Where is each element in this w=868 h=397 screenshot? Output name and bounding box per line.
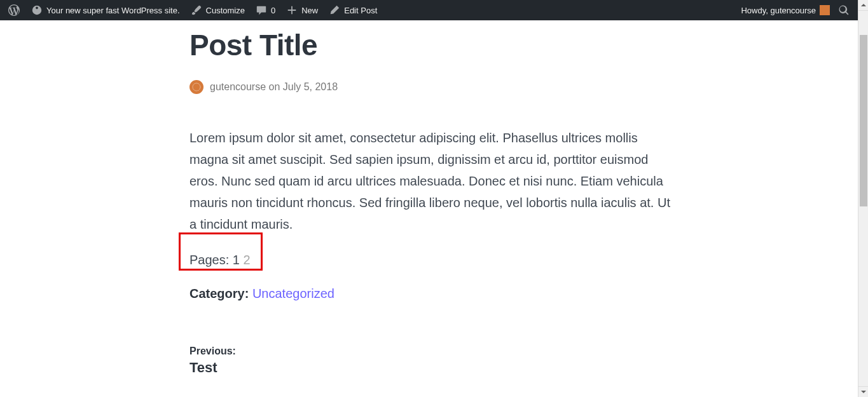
comments-count: 0 (271, 6, 275, 15)
scroll-thumb[interactable] (860, 35, 867, 206)
svg-point-0 (193, 83, 200, 91)
howdy-label: Howdy, gutencourse (741, 6, 816, 15)
pencil-icon (328, 4, 341, 17)
user-avatar-icon (820, 5, 830, 15)
category-link[interactable]: Uncategorized (252, 286, 334, 300)
chevron-up-icon (861, 4, 866, 6)
search-toggle[interactable] (835, 0, 853, 20)
wordpress-logo-icon (8, 4, 20, 17)
dashboard-icon (31, 4, 43, 17)
scroll-up-button[interactable] (858, 0, 868, 11)
category-label: Category: (189, 286, 249, 300)
byline-text: gutencourse on July 5, 2018 (210, 81, 338, 93)
browser-scrollbar[interactable] (858, 0, 868, 397)
chevron-down-icon (861, 391, 866, 393)
new-label: New (301, 6, 318, 15)
page-link-2[interactable]: 2 (244, 253, 251, 267)
category-line: Category: Uncategorized (189, 286, 673, 301)
post-navigation: Previous: Test (189, 346, 673, 376)
comments-link[interactable]: 0 (250, 0, 280, 20)
comment-icon (255, 4, 268, 17)
admin-bar-left: Your new super fast WordPress site. Cust… (3, 0, 382, 20)
post-body-paragraph: Lorem ipsum dolor sit amet, consectetur … (189, 127, 673, 235)
author-avatar-icon (189, 80, 203, 94)
plus-icon (286, 4, 298, 17)
new-content-link[interactable]: New (280, 0, 323, 20)
scroll-down-button[interactable] (858, 386, 868, 397)
pages-label: Pages: (189, 253, 229, 267)
site-name-label: Your new super fast WordPress site. (46, 6, 180, 15)
post-title: Post Title (189, 28, 673, 62)
previous-label: Previous: (189, 346, 673, 357)
page-viewport: Post Title gutencourse on July 5, 2018 L… (0, 20, 858, 397)
customize-link[interactable]: Customize (185, 0, 250, 20)
my-account-link[interactable]: Howdy, gutencourse (733, 0, 835, 20)
site-name-menu[interactable]: Your new super fast WordPress site. (25, 0, 185, 20)
author-name: gutencourse (210, 81, 266, 92)
previous-post-link[interactable]: Test (189, 360, 673, 376)
post-date: July 5, 2018 (283, 81, 338, 92)
wp-logo-menu[interactable] (3, 0, 25, 20)
customize-label: Customize (206, 6, 245, 15)
post-byline: gutencourse on July 5, 2018 (189, 80, 673, 94)
pagination: Pages: 1 2 (189, 253, 251, 267)
page-current: 1 (233, 253, 240, 267)
edit-post-label: Edit Post (344, 6, 377, 15)
byline-sep: on (269, 81, 280, 92)
post-article: Post Title gutencourse on July 5, 2018 L… (189, 20, 673, 376)
brush-icon (190, 4, 203, 17)
search-icon (837, 4, 850, 17)
edit-post-link[interactable]: Edit Post (323, 0, 382, 20)
wp-admin-bar: Your new super fast WordPress site. Cust… (0, 0, 858, 20)
admin-bar-right: Howdy, gutencourse (733, 0, 853, 20)
